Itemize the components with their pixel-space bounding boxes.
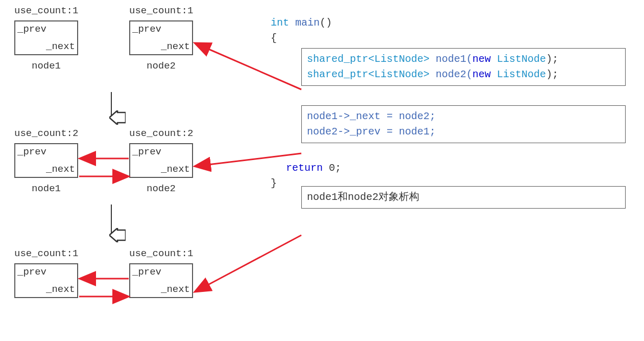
new-keyword: new bbox=[472, 69, 491, 80]
use-count-label: use_count:2 bbox=[10, 128, 110, 139]
typename: ListNode bbox=[491, 53, 546, 65]
stage-2: use_count:2 _prev _next node1 use_count:… bbox=[10, 97, 235, 199]
assign-next: node1->_next = node2; bbox=[307, 109, 620, 124]
main-ident: main bbox=[289, 17, 320, 29]
stage1-node1: use_count:1 _prev _next node1 bbox=[10, 5, 110, 72]
prev-field: _prev bbox=[132, 24, 161, 35]
next-field: _next bbox=[46, 41, 75, 52]
node-box: _prev _next bbox=[14, 20, 78, 55]
diagram-area: use_count:1 _prev _next node1 use_count:… bbox=[10, 0, 235, 286]
paren: () bbox=[320, 17, 332, 29]
stage-3: use_count:1 _prev _next use_count:1 _pre… bbox=[10, 199, 235, 286]
node-box: _prev _next bbox=[129, 20, 193, 55]
stage3-node1: use_count:1 _prev _next bbox=[10, 248, 110, 298]
prev-field: _prev bbox=[17, 24, 46, 35]
sharedptr-kw: shared_ptr bbox=[307, 53, 368, 65]
node-box: _prev _next bbox=[129, 143, 193, 178]
prev-field: _prev bbox=[17, 146, 46, 157]
new-keyword: new bbox=[472, 53, 491, 65]
typename: ListNode bbox=[491, 69, 546, 80]
return-value: 0; bbox=[323, 162, 341, 174]
next-field: _next bbox=[161, 284, 190, 295]
next-field: _next bbox=[161, 41, 190, 52]
stage3-node2: use_count:1 _prev _next bbox=[125, 248, 225, 298]
node-box: _prev _next bbox=[14, 263, 78, 298]
prev-field: _prev bbox=[17, 266, 46, 278]
sharedptr-kw: shared_ptr bbox=[307, 69, 368, 80]
var-node1: node1( bbox=[430, 53, 472, 65]
next-field: _next bbox=[161, 164, 190, 175]
code-block-2: node1->_next = node2; node2->_prev = nod… bbox=[301, 105, 626, 143]
return-line: return 0; bbox=[286, 161, 633, 176]
code-block-1: shared_ptr<ListNode> node1(new ListNode)… bbox=[301, 48, 626, 86]
node-label: node1 bbox=[14, 60, 78, 72]
template-param: <ListNode> bbox=[368, 69, 430, 80]
use-count-label: use_count:1 bbox=[125, 5, 225, 16]
use-count-label: use_count:1 bbox=[10, 5, 110, 16]
int-keyword: int bbox=[271, 17, 289, 29]
use-count-label: use_count:2 bbox=[125, 128, 225, 139]
brace-open: { bbox=[271, 31, 633, 46]
stage2-node2: use_count:2 _prev _next node2 bbox=[125, 128, 225, 194]
prev-field: _prev bbox=[132, 146, 161, 157]
code-block-3: node1和node2对象析构 bbox=[301, 186, 626, 209]
next-field: _next bbox=[46, 164, 75, 175]
node-label: node2 bbox=[129, 60, 193, 72]
code-area: int main() { shared_ptr<ListNode> node1(… bbox=[271, 15, 633, 211]
decl-node2: shared_ptr<ListNode> node2(new ListNode)… bbox=[307, 67, 620, 82]
node-box: _prev _next bbox=[14, 143, 78, 178]
prev-field: _prev bbox=[132, 266, 161, 278]
line-end: ); bbox=[546, 69, 558, 80]
use-count-label: use_count:1 bbox=[10, 248, 110, 259]
var-node2: node2( bbox=[430, 69, 472, 80]
main-signature: int main() bbox=[271, 15, 633, 31]
stage-1: use_count:1 _prev _next node1 use_count:… bbox=[10, 0, 235, 97]
line-end: ); bbox=[546, 53, 558, 65]
stage1-node2: use_count:1 _prev _next node2 bbox=[125, 5, 225, 72]
stage2-node1: use_count:2 _prev _next node1 bbox=[10, 128, 110, 194]
use-count-label: use_count:1 bbox=[125, 248, 225, 259]
node-label: node1 bbox=[14, 183, 78, 194]
next-field: _next bbox=[46, 284, 75, 295]
decl-node1: shared_ptr<ListNode> node1(new ListNode)… bbox=[307, 52, 620, 67]
assign-prev: node2->_prev = node1; bbox=[307, 124, 620, 140]
destruct-note: node1和node2对象析构 bbox=[307, 190, 620, 205]
node-label: node2 bbox=[129, 183, 193, 194]
return-keyword: return bbox=[286, 162, 323, 174]
node-box: _prev _next bbox=[129, 263, 193, 298]
template-param: <ListNode> bbox=[368, 53, 430, 65]
